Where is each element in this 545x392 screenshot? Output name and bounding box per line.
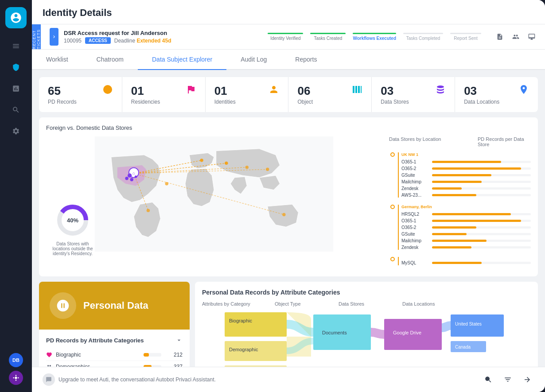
svg-point-3 (16, 375, 17, 376)
app-logo[interactable] (5, 7, 27, 28)
svg-rect-9 (361, 86, 362, 93)
donut-label: Data Stores with locations outside the i… (51, 241, 95, 256)
svg-point-1 (13, 377, 14, 379)
svg-point-21 (266, 168, 269, 171)
bottom-actions (481, 373, 534, 387)
map-side-panel: Data Stores by Location PD Records per D… (389, 136, 531, 269)
pd-chevron-icon[interactable] (175, 337, 183, 344)
pd-biographic-bar (144, 353, 161, 357)
pd-demographics-count: 337 (165, 364, 183, 367)
svg-text:Canada: Canada (455, 345, 471, 349)
sidebar-shield-icon[interactable] (7, 58, 25, 76)
svg-point-30 (135, 175, 137, 178)
map-section: Foreign vs. Domestic Data Stores (39, 117, 538, 276)
pd-row-biographic-label: Biographic (56, 352, 140, 358)
svg-rect-34 (225, 312, 287, 337)
ticket-doc-icon[interactable] (494, 31, 506, 43)
svg-point-10 (437, 85, 444, 88)
stat-data-locations: 03 Data Locations (455, 77, 538, 112)
svg-point-28 (125, 177, 128, 180)
tab-chatroom[interactable]: Chatroom (82, 50, 138, 70)
page-header: Identity Details (32, 0, 545, 24)
map-container: ⌂ (46, 136, 531, 269)
svg-point-27 (128, 174, 132, 178)
svg-text:⌂: ⌂ (132, 171, 135, 175)
sidebar-search-icon[interactable] (7, 101, 25, 119)
bottom-bar: Upgrade to meet Auti, the conversational… (32, 367, 545, 392)
biographic-icon (46, 352, 52, 358)
recent-tickets-panel[interactable]: RECENT TICKETS (32, 24, 41, 49)
tab-worklist[interactable]: Worklist (32, 50, 82, 70)
progress-step-3: Workflows Executed (353, 33, 396, 41)
personal-data-header: Personal Data (39, 282, 190, 330)
ticket-id: 100095 (64, 38, 82, 44)
svg-point-2 (18, 377, 19, 379)
charts-title: Personal Data Records by Attribute Categ… (202, 289, 531, 296)
svg-rect-6 (353, 86, 354, 93)
svg-text:Demographic: Demographic (229, 347, 258, 352)
world-map-svg: ⌂ (46, 136, 382, 252)
charts-headers: Attributes by Category Object Type Data … (202, 301, 531, 307)
progress-step-4: Tasks Completed (403, 33, 443, 41)
map-side-header-location: Data Stores by Location (389, 136, 474, 147)
ticket-badge: ACCESS (85, 37, 111, 44)
ticket-bar: RECENT TICKETS DSR Access request for Ji… (32, 24, 545, 50)
sidebar-settings-icon[interactable] (7, 122, 25, 140)
progress-step-1: Identity Verified (268, 33, 303, 41)
progress-step-2: Tasks Created (310, 33, 346, 41)
user-avatar[interactable]: DB (9, 353, 23, 367)
tab-data-subject-explorer[interactable]: Data Subject Explorer (138, 50, 226, 70)
map-title: Foreign vs. Domestic Data Stores (46, 124, 531, 131)
user-avatar-2[interactable] (9, 371, 23, 385)
charts-section: Personal Data Records by Attribute Categ… (195, 282, 538, 367)
tab-reports[interactable]: Reports (281, 50, 331, 70)
pd-biographic-count: 212 (165, 352, 183, 358)
ticket-user-icon[interactable] (510, 31, 522, 43)
pd-row-demographics-label: Demographics (56, 364, 140, 367)
personal-data-title: Personal Data (83, 300, 148, 311)
tabs: Worklist Chatroom Data Subject Explorer … (32, 50, 545, 70)
location-group-germany: Germany, Berlin HRSQL2 O365-1 (389, 205, 531, 250)
world-map: ⌂ (46, 136, 382, 269)
svg-text:United States: United States (455, 322, 482, 326)
ticket-progress: Identity Verified Tasks Created Workflow… (268, 33, 481, 41)
sidebar-menu-icon[interactable] (7, 37, 25, 55)
pd-section-header: PD Records by Attribute Categories (46, 337, 183, 344)
svg-text:Documents: Documents (322, 330, 347, 335)
sankey-svg: Biographic Demographic Financial (202, 310, 531, 367)
svg-point-22 (282, 213, 285, 216)
ticket-title: DSR Access request for Jill Anderson (64, 30, 171, 36)
personal-data-body: PD Records by Attribute Categories Biogr… (39, 330, 190, 367)
content-area: 65 PD Records 01 Residencies 01 (32, 70, 545, 367)
chart-col-attr: Attributes by Category (202, 301, 273, 307)
search-bottom-icon[interactable] (481, 373, 495, 387)
ticket-actions (494, 31, 538, 43)
pd-row-demographics: Demographics 337 (46, 361, 183, 367)
chart-col-loc: Data Locations (402, 301, 531, 307)
location-group-uk: UK NW 1 O365-1 O365-2 (389, 152, 531, 198)
svg-point-29 (130, 178, 133, 181)
arrow-bottom-icon[interactable] (520, 373, 534, 387)
svg-text:Google Drive: Google Drive (393, 330, 421, 335)
page-title: Identity Details (43, 7, 534, 19)
svg-point-0 (15, 376, 17, 379)
stat-pd-records: 65 PD Records (39, 77, 122, 112)
chart-col-obj: Object Type (275, 301, 337, 307)
donut-svg: 40% (55, 202, 90, 238)
svg-rect-8 (358, 86, 360, 93)
stat-data-stores: 03 Data Stores (372, 77, 455, 112)
location-group-mysql: MySQL (389, 257, 531, 265)
map-side-header-records: PD Records per Data Store (478, 136, 531, 147)
svg-point-24 (165, 182, 168, 185)
chart-col-stores: Data Stores (339, 301, 401, 307)
ticket-monitor-icon[interactable] (526, 31, 538, 43)
svg-text:Biographic: Biographic (229, 318, 252, 323)
personal-data-icon (50, 292, 76, 319)
sidebar-chart-icon[interactable] (7, 80, 25, 97)
svg-point-18 (200, 159, 203, 162)
sidebar-bottom: DB (9, 353, 23, 385)
tab-audit-log[interactable]: Audit Log (226, 50, 281, 70)
ticket-expand-button[interactable] (50, 28, 58, 46)
filter-bottom-icon[interactable] (501, 373, 515, 387)
pd-row-biographic: Biographic 212 (46, 349, 183, 361)
